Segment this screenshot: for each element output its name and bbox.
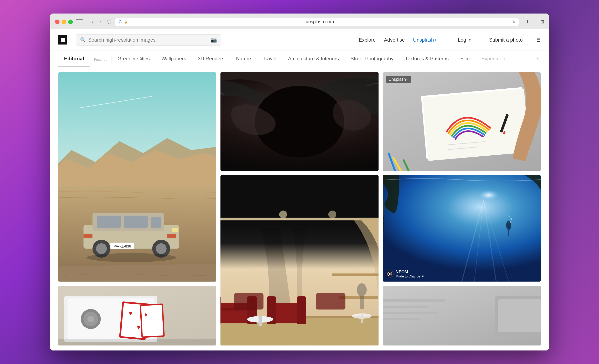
category-street-photography[interactable]: Street Photography (345, 51, 399, 67)
category-architecture[interactable]: Architecture & Interiors (282, 51, 345, 67)
svg-point-62 (458, 188, 509, 213)
svg-text:♥: ♥ (136, 323, 141, 331)
photo-car-desert[interactable]: PA•KL•836 (58, 72, 216, 282)
category-experimental[interactable]: Experimen… (476, 51, 516, 67)
svg-rect-7 (97, 216, 121, 228)
lock-icon: 🔒 (124, 20, 127, 24)
svg-rect-22 (220, 175, 379, 218)
address-bar-container[interactable]: G 🔒 ↻ (115, 18, 519, 26)
photo-sponsor: NEOM Made to Change ↗ (386, 270, 424, 278)
photo-underwater[interactable]: NEOM Made to Change ↗ (383, 175, 541, 282)
svg-line-68 (508, 230, 509, 236)
close-button[interactable] (55, 19, 60, 24)
photo-drawing[interactable]: Unsplash+ (383, 72, 541, 171)
category-greener-cities[interactable]: Greener Cities (112, 51, 156, 67)
category-nav: Editorial Featured Greener Cities Wallpa… (50, 51, 549, 67)
svg-rect-9 (151, 217, 161, 228)
share-button[interactable]: ⬆ (526, 19, 529, 25)
fullscreen-button[interactable] (68, 19, 73, 24)
nav-divider (445, 37, 445, 43)
minimize-button[interactable] (62, 19, 66, 24)
address-input[interactable] (130, 19, 511, 25)
svg-rect-41 (316, 293, 345, 310)
svg-rect-39 (258, 316, 262, 326)
category-travel[interactable]: Travel (257, 51, 282, 67)
svg-rect-40 (234, 293, 264, 310)
unsplash-plus-link[interactable]: Unsplash+ (413, 37, 437, 43)
category-scroll-right[interactable]: › (535, 52, 541, 66)
svg-point-42 (357, 283, 367, 296)
svg-rect-95 (498, 299, 541, 332)
svg-rect-18 (172, 228, 178, 232)
category-nature[interactable]: Nature (230, 51, 257, 67)
svg-point-19 (87, 253, 176, 262)
category-film[interactable]: Film (454, 51, 476, 67)
search-input[interactable] (88, 37, 208, 43)
titlebar: ‹ › G 🔒 ↻ ⬆ + ⊞ (55, 18, 544, 26)
featured-label: Featured (94, 58, 107, 62)
svg-rect-88 (58, 339, 216, 346)
grid-button[interactable]: ⊞ (540, 19, 544, 25)
svg-point-25 (279, 211, 287, 218)
svg-rect-27 (332, 273, 379, 276)
svg-point-26 (328, 211, 336, 218)
sponsor-tagline: Made to Change ↗ (396, 274, 424, 278)
sponsor-text: NEOM Made to Change ↗ (396, 270, 424, 278)
forward-button[interactable]: › (98, 19, 104, 25)
traffic-lights (55, 19, 73, 24)
photo-architecture[interactable] (220, 175, 379, 346)
svg-text:♥: ♥ (128, 309, 133, 317)
nav-links: Explore Advertise Unsplash+ Log in Submi… (359, 35, 541, 45)
photo-gray-bottom[interactable] (383, 286, 541, 346)
svg-text:♦: ♦ (144, 311, 148, 318)
security-icon (107, 19, 112, 24)
photo-grid: PA•KL•836 (50, 67, 549, 350)
refresh-button[interactable]: ↻ (512, 19, 515, 24)
explore-link[interactable]: Explore (359, 37, 376, 43)
search-bar[interactable]: 🔍 📷 (76, 34, 221, 45)
search-icon: 🔍 (80, 37, 86, 43)
svg-rect-45 (361, 313, 363, 322)
svg-rect-90 (383, 299, 445, 302)
site-logo[interactable] (58, 35, 67, 44)
camera-icon[interactable]: 📷 (211, 37, 217, 43)
svg-rect-93 (383, 318, 422, 320)
login-button[interactable]: Log in (454, 35, 476, 45)
submit-button[interactable]: Submit a photo (484, 35, 528, 45)
browser-chrome: ‹ › G 🔒 ↻ ⬆ + ⊞ (50, 14, 549, 29)
unsplash-plus-badge: Unsplash+ (386, 76, 411, 83)
category-3d-renders[interactable]: 3D Renders (192, 51, 230, 67)
back-button[interactable]: ‹ (90, 19, 96, 25)
site-nav: 🔍 📷 Explore Advertise Unsplash+ Log in S… (50, 29, 549, 51)
browser-actions: ⬆ + ⊞ (526, 19, 544, 25)
website-content: 🔍 📷 Explore Advertise Unsplash+ Log in S… (50, 29, 549, 350)
svg-rect-92 (383, 311, 439, 314)
photo-tabletop[interactable]: ♥ ♥ ♦ (58, 286, 216, 346)
browser-window: ‹ › G 🔒 ↻ ⬆ + ⊞ (50, 14, 549, 350)
category-textures[interactable]: Textures & Patterns (399, 51, 454, 67)
svg-rect-86 (141, 305, 163, 336)
svg-rect-91 (383, 306, 428, 308)
logo-inner (61, 38, 65, 42)
menu-button[interactable]: ☰ (536, 37, 541, 43)
svg-point-15 (156, 243, 167, 254)
category-wallpapers[interactable]: Wallpapers (156, 51, 192, 67)
svg-rect-17 (167, 234, 176, 238)
photo-dark-rock[interactable] (220, 72, 379, 171)
svg-rect-37 (297, 296, 306, 324)
svg-point-13 (96, 243, 107, 254)
svg-text:PA•KL•836: PA•KL•836 (114, 244, 131, 248)
category-editorial[interactable]: Editorial (58, 51, 90, 67)
advertise-link[interactable]: Advertise (384, 37, 405, 43)
svg-rect-43 (360, 296, 364, 309)
sponsor-name: NEOM (396, 270, 424, 274)
svg-point-74 (389, 273, 391, 275)
sponsor-avatar (386, 270, 394, 278)
new-tab-button[interactable]: + (533, 19, 536, 25)
svg-rect-61 (383, 175, 541, 282)
svg-rect-8 (124, 216, 148, 228)
browser-controls: ‹ › (76, 19, 104, 25)
sidebar-toggle-button[interactable] (76, 19, 83, 24)
svg-rect-16 (83, 234, 92, 238)
logo-icon (58, 35, 67, 44)
